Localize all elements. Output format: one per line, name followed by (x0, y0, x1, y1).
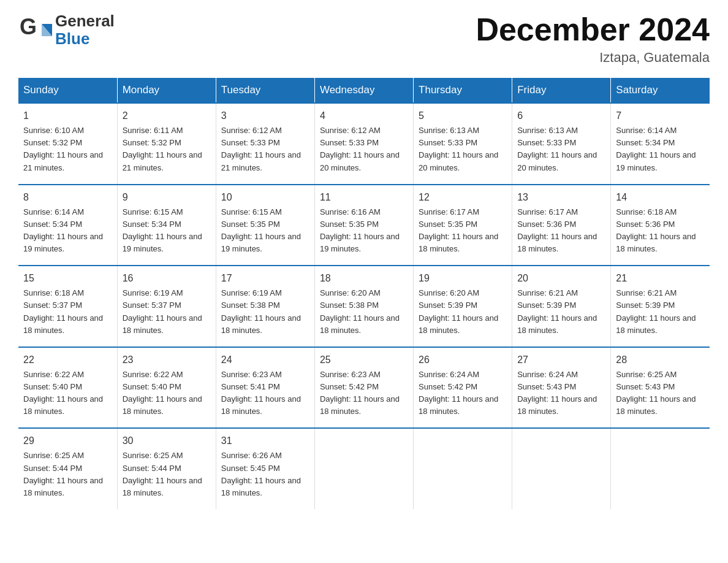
calendar-day-cell: 24Sunrise: 6:23 AMSunset: 5:41 PMDayligh… (216, 347, 314, 429)
calendar-day-cell (512, 428, 611, 509)
day-of-week-header: Saturday (611, 78, 710, 103)
day-info: Sunrise: 6:18 AMSunset: 5:37 PMDaylight:… (23, 287, 112, 337)
day-number: 15 (23, 271, 112, 286)
calendar-day-cell (414, 428, 512, 509)
day-number: 3 (221, 109, 309, 123)
day-number: 23 (123, 353, 211, 367)
day-info: Sunrise: 6:22 AMSunset: 5:40 PMDaylight:… (23, 369, 112, 418)
subtitle: Iztapa, Guatemala (476, 50, 710, 66)
day-of-week-header: Monday (117, 78, 216, 103)
day-info: Sunrise: 6:17 AMSunset: 5:35 PMDaylight:… (419, 206, 507, 256)
calendar-day-cell: 1Sunrise: 6:10 AMSunset: 5:32 PMDaylight… (18, 103, 117, 185)
calendar-day-cell: 8Sunrise: 6:14 AMSunset: 5:34 PMDaylight… (18, 185, 117, 266)
day-info: Sunrise: 6:10 AMSunset: 5:32 PMDaylight:… (23, 124, 112, 174)
day-number: 31 (221, 434, 309, 448)
day-number: 5 (419, 109, 507, 123)
day-of-week-header: Sunday (18, 78, 117, 103)
day-number: 30 (123, 434, 211, 448)
calendar-day-cell: 13Sunrise: 6:17 AMSunset: 5:36 PMDayligh… (512, 185, 611, 266)
calendar-day-cell: 17Sunrise: 6:19 AMSunset: 5:38 PMDayligh… (216, 266, 314, 347)
day-info: Sunrise: 6:12 AMSunset: 5:33 PMDaylight:… (320, 124, 408, 174)
day-info: Sunrise: 6:14 AMSunset: 5:34 PMDaylight:… (23, 206, 112, 256)
day-number: 26 (419, 353, 507, 367)
calendar-day-cell: 26Sunrise: 6:24 AMSunset: 5:42 PMDayligh… (414, 347, 512, 429)
day-info: Sunrise: 6:15 AMSunset: 5:34 PMDaylight:… (123, 206, 211, 256)
logo-name-blue: Blue (55, 30, 129, 48)
day-info: Sunrise: 6:25 AMSunset: 5:43 PMDaylight:… (616, 369, 705, 418)
day-info: Sunrise: 6:23 AMSunset: 5:42 PMDaylight:… (320, 369, 408, 418)
day-info: Sunrise: 6:25 AMSunset: 5:44 PMDaylight:… (23, 450, 112, 499)
calendar-day-cell: 25Sunrise: 6:23 AMSunset: 5:42 PMDayligh… (314, 347, 413, 429)
day-info: Sunrise: 6:13 AMSunset: 5:33 PMDaylight:… (517, 124, 605, 174)
day-info: Sunrise: 6:20 AMSunset: 5:39 PMDaylight:… (419, 287, 507, 337)
calendar-body: 1Sunrise: 6:10 AMSunset: 5:32 PMDaylight… (18, 103, 710, 509)
calendar-day-cell: 14Sunrise: 6:18 AMSunset: 5:36 PMDayligh… (611, 185, 710, 266)
calendar-day-cell: 4Sunrise: 6:12 AMSunset: 5:33 PMDaylight… (314, 103, 413, 185)
calendar-day-cell: 12Sunrise: 6:17 AMSunset: 5:35 PMDayligh… (414, 185, 512, 266)
calendar-day-cell: 2Sunrise: 6:11 AMSunset: 5:32 PMDaylight… (117, 103, 216, 185)
svg-text:G: G (20, 14, 37, 39)
calendar-day-cell: 22Sunrise: 6:22 AMSunset: 5:40 PMDayligh… (18, 347, 117, 429)
calendar-day-cell: 18Sunrise: 6:20 AMSunset: 5:38 PMDayligh… (314, 266, 413, 347)
day-info: Sunrise: 6:18 AMSunset: 5:36 PMDaylight:… (616, 206, 705, 256)
calendar-day-cell: 6Sunrise: 6:13 AMSunset: 5:33 PMDaylight… (512, 103, 611, 185)
calendar-week-row: 29Sunrise: 6:25 AMSunset: 5:44 PMDayligh… (18, 428, 710, 509)
calendar-day-cell: 23Sunrise: 6:22 AMSunset: 5:40 PMDayligh… (117, 347, 216, 429)
day-number: 17 (221, 271, 309, 286)
day-of-week-header: Wednesday (314, 78, 413, 103)
logo-name-general: General (55, 12, 129, 30)
calendar-day-cell: 10Sunrise: 6:15 AMSunset: 5:35 PMDayligh… (216, 185, 314, 266)
calendar-day-cell: 21Sunrise: 6:21 AMSunset: 5:39 PMDayligh… (611, 266, 710, 347)
day-number: 28 (616, 353, 705, 367)
day-info: Sunrise: 6:12 AMSunset: 5:33 PMDaylight:… (221, 124, 309, 174)
day-info: Sunrise: 6:24 AMSunset: 5:42 PMDaylight:… (419, 369, 507, 418)
calendar-day-cell: 16Sunrise: 6:19 AMSunset: 5:37 PMDayligh… (117, 266, 216, 347)
calendar-header: SundayMondayTuesdayWednesdayThursdayFrid… (18, 78, 710, 103)
day-number: 6 (517, 109, 605, 123)
calendar-day-cell: 20Sunrise: 6:21 AMSunset: 5:39 PMDayligh… (512, 266, 611, 347)
calendar-day-cell: 27Sunrise: 6:24 AMSunset: 5:43 PMDayligh… (512, 347, 611, 429)
day-info: Sunrise: 6:16 AMSunset: 5:35 PMDaylight:… (320, 206, 408, 256)
day-number: 21 (616, 271, 705, 286)
day-number: 7 (616, 109, 705, 123)
day-info: Sunrise: 6:21 AMSunset: 5:39 PMDaylight:… (616, 287, 705, 337)
day-number: 12 (419, 190, 507, 205)
day-of-week-header: Tuesday (216, 78, 314, 103)
calendar-day-cell: 3Sunrise: 6:12 AMSunset: 5:33 PMDaylight… (216, 103, 314, 185)
day-info: Sunrise: 6:15 AMSunset: 5:35 PMDaylight:… (221, 206, 309, 256)
day-number: 22 (23, 353, 112, 367)
day-number: 29 (23, 434, 112, 448)
calendar-day-cell: 7Sunrise: 6:14 AMSunset: 5:34 PMDaylight… (611, 103, 710, 185)
day-number: 1 (23, 109, 112, 123)
day-info: Sunrise: 6:22 AMSunset: 5:40 PMDaylight:… (123, 369, 211, 418)
day-number: 24 (221, 353, 309, 367)
day-number: 8 (23, 190, 112, 205)
calendar-day-cell (611, 428, 710, 509)
day-number: 18 (320, 271, 408, 286)
calendar-day-cell (314, 428, 413, 509)
day-number: 27 (517, 353, 605, 367)
day-info: Sunrise: 6:21 AMSunset: 5:39 PMDaylight:… (517, 287, 605, 337)
day-info: Sunrise: 6:26 AMSunset: 5:45 PMDaylight:… (221, 450, 309, 499)
calendar-day-cell: 11Sunrise: 6:16 AMSunset: 5:35 PMDayligh… (314, 185, 413, 266)
title-block: December 2024 Iztapa, Guatemala (476, 12, 710, 66)
day-info: Sunrise: 6:23 AMSunset: 5:41 PMDaylight:… (221, 369, 309, 418)
day-info: Sunrise: 6:19 AMSunset: 5:37 PMDaylight:… (123, 287, 211, 337)
day-info: Sunrise: 6:17 AMSunset: 5:36 PMDaylight:… (517, 206, 605, 256)
day-number: 16 (123, 271, 211, 286)
day-info: Sunrise: 6:20 AMSunset: 5:38 PMDaylight:… (320, 287, 408, 337)
logo: G General Blue (18, 12, 129, 47)
day-info: Sunrise: 6:14 AMSunset: 5:34 PMDaylight:… (616, 124, 705, 174)
calendar-day-cell: 29Sunrise: 6:25 AMSunset: 5:44 PMDayligh… (18, 428, 117, 509)
day-number: 2 (123, 109, 211, 123)
day-number: 19 (419, 271, 507, 286)
logo-icon: G (18, 13, 52, 47)
day-number: 10 (221, 190, 309, 205)
day-number: 9 (123, 190, 211, 205)
day-of-week-header: Thursday (414, 78, 512, 103)
calendar-week-row: 1Sunrise: 6:10 AMSunset: 5:32 PMDaylight… (18, 103, 710, 185)
day-info: Sunrise: 6:25 AMSunset: 5:44 PMDaylight:… (123, 450, 211, 499)
day-number: 4 (320, 109, 408, 123)
page-header: G General Blue December 2024 Iztapa, Gua… (18, 12, 710, 66)
calendar-day-cell: 31Sunrise: 6:26 AMSunset: 5:45 PMDayligh… (216, 428, 314, 509)
